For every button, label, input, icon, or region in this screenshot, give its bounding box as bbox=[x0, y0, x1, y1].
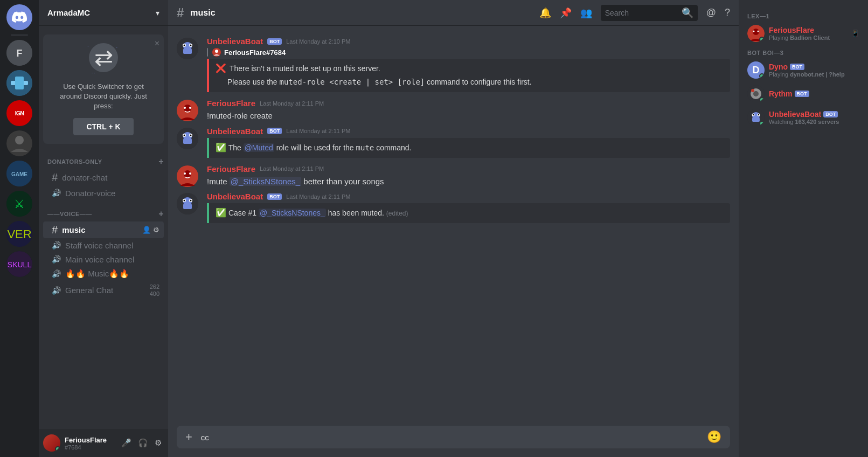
msg-timestamp-3: Last Monday at 2:11 PM bbox=[286, 128, 350, 134]
member-item-dyno[interactable]: D Dyno BOT Playing dynobot.net | ?help bbox=[743, 58, 864, 82]
category-add-icon[interactable]: + bbox=[158, 157, 164, 167]
user-info: FeriousFlare #7684 bbox=[65, 436, 115, 451]
quick-switcher-close[interactable]: × bbox=[155, 39, 159, 49]
msg-avatar-unbelievaboat-1[interactable] bbox=[177, 38, 198, 59]
member-avatar-rythm bbox=[747, 85, 765, 102]
speaker-icon-music-voice: 🔊 bbox=[52, 269, 61, 278]
svg-text:F: F bbox=[17, 48, 23, 59]
member-name-dyno: Dyno bbox=[769, 63, 788, 71]
msg-author-ferious-1[interactable]: FeriousFlare bbox=[207, 99, 255, 108]
chat-attach-button[interactable]: + bbox=[181, 426, 197, 448]
msg-header-4: FeriousFlare Last Monday at 2:11 PM bbox=[207, 164, 730, 174]
embed-text-error-2: Please use the muted-role <create | set>… bbox=[227, 77, 724, 88]
msg-content-3: UnbelievaBoat BOT Last Monday at 2:11 PM… bbox=[207, 127, 730, 160]
channel-header: # music 🔔 📌 👥 🔍 @ ? bbox=[168, 0, 739, 26]
members-icon[interactable]: 👥 bbox=[580, 7, 592, 19]
svg-point-60 bbox=[758, 114, 759, 115]
server-icon-ign[interactable]: IGN bbox=[6, 100, 32, 126]
member-category-lex: LEX—1 bbox=[743, 9, 864, 22]
msg-content-1: UnbelievaBoat BOT Last Monday at 2:10 PM… bbox=[207, 37, 730, 94]
current-user-avatar bbox=[43, 434, 60, 452]
svg-point-48 bbox=[753, 31, 755, 32]
member-device-icon-ferious: 📱 bbox=[851, 30, 859, 37]
mute-button[interactable]: 🎤 bbox=[119, 436, 134, 450]
msg-author-unbelievaboat-1[interactable]: UnbelievaBoat bbox=[207, 37, 263, 46]
embed-text-error-1: There isn't a muted role set up on this … bbox=[230, 63, 380, 74]
member-avatar-dyno: D bbox=[747, 61, 765, 79]
svg-point-33 bbox=[184, 134, 185, 136]
server-icon-5[interactable]: GAME bbox=[6, 161, 32, 186]
quick-switcher-popup: × ⇄ · · · · Use Quick Switcher to get ar… bbox=[43, 34, 164, 144]
channel-item-general-chat[interactable]: 🔊 General Chat 262 400 bbox=[43, 281, 164, 300]
discord-home-button[interactable] bbox=[6, 4, 32, 30]
search-input[interactable] bbox=[605, 9, 678, 17]
channel-item-main-voice[interactable]: 🔊 Main voice channel bbox=[43, 253, 164, 266]
msg-header-1: UnbelievaBoat BOT Last Monday at 2:10 PM bbox=[207, 37, 730, 46]
member-info-dyno: Dyno BOT Playing dynobot.net | ?help bbox=[769, 63, 845, 78]
category-add-icon-voice[interactable]: + bbox=[158, 209, 164, 219]
msg-avatar-ferious-2[interactable] bbox=[177, 165, 198, 187]
success-check-icon-2: ✅ bbox=[216, 208, 226, 217]
svg-point-6 bbox=[15, 136, 24, 144]
pin-icon[interactable]: 📌 bbox=[560, 7, 572, 19]
server-icon-7[interactable]: VER bbox=[6, 221, 32, 247]
msg-timestamp-1: Last Monday at 2:10 PM bbox=[286, 38, 350, 45]
channel-header-name: music bbox=[190, 8, 215, 18]
message-group-1: UnbelievaBoat BOT Last Monday at 2:10 PM… bbox=[168, 34, 739, 96]
bot-badge-dyno: BOT bbox=[790, 64, 804, 70]
msg-content-5: UnbelievaBoat BOT Last Monday at 2:11 PM… bbox=[207, 192, 730, 225]
msg-header-3: UnbelievaBoat BOT Last Monday at 2:11 PM bbox=[207, 127, 730, 136]
member-item-feriousflare[interactable]: FeriousFlare Playing Badlion Client 📱 bbox=[743, 22, 864, 45]
channel-category-donators[interactable]: DONATORS-ONLY + bbox=[39, 148, 168, 169]
msg-timestamp-4: Last Monday at 2:11 PM bbox=[260, 165, 324, 172]
current-user-name: FeriousFlare bbox=[65, 436, 115, 444]
server-icon-1[interactable]: F bbox=[6, 40, 32, 66]
inbox-icon[interactable]: @ bbox=[706, 7, 716, 18]
settings-icon[interactable]: ⚙ bbox=[153, 226, 159, 234]
deafen-button[interactable]: 🎧 bbox=[136, 436, 150, 450]
members-list: LEX—1 FeriousFlare Playing Badlion Clien… bbox=[739, 0, 868, 457]
server-separator bbox=[11, 34, 28, 36]
help-icon[interactable]: ? bbox=[725, 7, 730, 18]
member-item-unbelievaboat[interactable]: UnbelievaBoat BOT Watching 163,420 serve… bbox=[743, 106, 864, 129]
channel-item-donator-voice[interactable]: 🔊 Donator-voice bbox=[43, 186, 164, 200]
user-settings-button[interactable]: ⚙ bbox=[152, 436, 164, 450]
search-bar[interactable]: 🔍 bbox=[601, 5, 698, 21]
quick-switcher-text: Use Quick Switcher to get around Discord… bbox=[52, 82, 155, 112]
msg-avatar-ferious-1[interactable] bbox=[177, 100, 198, 121]
notifications-icon[interactable]: 🔔 bbox=[539, 7, 551, 19]
server-header[interactable]: ArmadaMC ▾ bbox=[39, 0, 168, 26]
msg-embed-error-1: ❌ There isn't a muted role set up on thi… bbox=[207, 59, 730, 92]
member-item-rythm[interactable]: Rythm BOT bbox=[743, 82, 864, 106]
channel-category-voice[interactable]: ——VOICE—— + bbox=[39, 200, 168, 221]
user-controls: 🎤 🎧 ⚙ bbox=[119, 436, 164, 450]
channel-item-music[interactable]: # music 👤 ⚙ bbox=[43, 221, 164, 238]
server-icon-8[interactable]: SKULL bbox=[6, 251, 32, 277]
svg-point-20 bbox=[184, 45, 185, 46]
member-avatar-unbelievaboat bbox=[747, 109, 765, 126]
quick-switcher-shortcut[interactable]: CTRL + K bbox=[73, 118, 133, 135]
msg-timestamp-2: Last Monday at 2:11 PM bbox=[260, 100, 324, 107]
msg-author-unbelievaboat-3[interactable]: UnbelievaBoat bbox=[207, 192, 263, 201]
channel-list: × ⇄ · · · · Use Quick Switcher to get ar… bbox=[39, 26, 168, 429]
channel-item-staff-voice[interactable]: 🔊 Staff voice channel bbox=[43, 239, 164, 252]
svg-point-45 bbox=[190, 200, 192, 202]
member-category-bots: BOT BOI—3 bbox=[743, 45, 864, 58]
chat-input[interactable] bbox=[201, 426, 698, 448]
channel-item-donator-chat[interactable]: # donator-chat bbox=[43, 169, 164, 186]
channel-item-music-voice[interactable]: 🔊 🔥🔥 Music🔥🔥 bbox=[43, 267, 164, 281]
msg-avatar-unbelievaboat-3[interactable] bbox=[177, 193, 198, 214]
svg-rect-4 bbox=[15, 77, 24, 89]
server-icon-4[interactable] bbox=[6, 130, 32, 156]
server-icon-6[interactable]: ⚔ bbox=[6, 191, 32, 217]
msg-avatar-unbelievaboat-2[interactable] bbox=[177, 128, 198, 149]
svg-rect-17 bbox=[183, 49, 192, 54]
server-icon-2[interactable] bbox=[6, 70, 32, 96]
msg-author-ferious-2[interactable]: FeriousFlare bbox=[207, 164, 255, 174]
add-member-icon[interactable]: 👤 bbox=[142, 226, 151, 234]
svg-text:VER: VER bbox=[7, 227, 31, 241]
server-dropdown-icon: ▾ bbox=[156, 9, 159, 17]
member-status-dyno: Playing dynobot.net | ?help bbox=[769, 71, 845, 78]
msg-author-unbelievaboat-2[interactable]: UnbelievaBoat bbox=[207, 127, 263, 136]
chat-emoji-button[interactable]: 🙂 bbox=[703, 426, 726, 448]
